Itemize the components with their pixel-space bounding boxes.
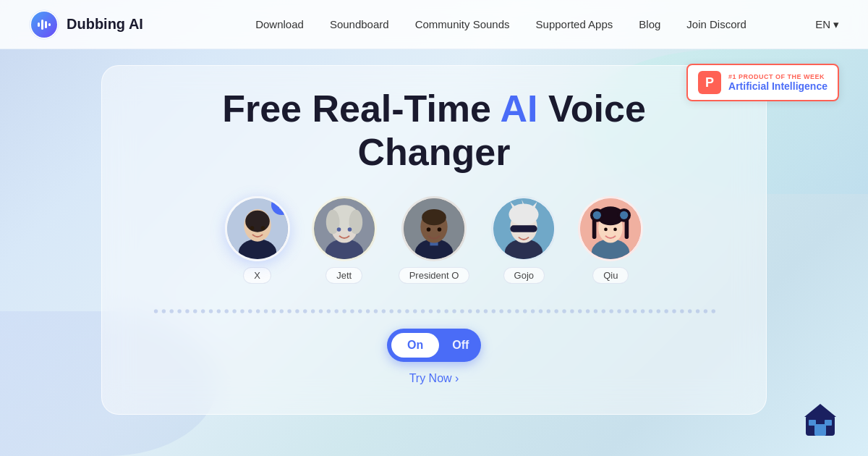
avatar-circle-x — [225, 196, 290, 261]
svg-point-82 — [429, 309, 433, 313]
toggle-wrap[interactable]: On Off — [387, 329, 481, 362]
svg-point-63 — [280, 309, 284, 313]
svg-point-69 — [327, 309, 331, 313]
toggle-on-label: On — [391, 333, 439, 358]
svg-point-97 — [547, 309, 550, 313]
svg-point-112 — [664, 309, 668, 313]
svg-rect-122 — [809, 420, 816, 426]
svg-point-93 — [515, 309, 519, 313]
nav-supported-apps[interactable]: Supported Apps — [536, 18, 613, 30]
svg-rect-5 — [48, 23, 51, 26]
nav-join-discord[interactable]: Join Discord — [686, 18, 746, 30]
play-button-x[interactable] — [271, 196, 290, 215]
avatar-circle-qiu — [578, 196, 643, 261]
svg-point-96 — [539, 309, 542, 313]
avatar-item-president[interactable]: President O — [399, 196, 470, 284]
svg-point-84 — [444, 309, 448, 313]
avatar-item-jett[interactable]: Jett — [312, 196, 377, 284]
svg-point-99 — [562, 309, 566, 313]
svg-point-65 — [295, 309, 299, 313]
svg-point-89 — [484, 309, 488, 313]
svg-point-51 — [185, 309, 189, 313]
svg-point-74 — [366, 309, 370, 313]
toggle-off-label: Off — [439, 333, 482, 358]
nav-blog[interactable]: Blog — [639, 18, 660, 30]
hero-title: Free Real-Time AI Voice Changer — [145, 88, 723, 174]
svg-point-110 — [649, 309, 652, 313]
svg-point-67 — [311, 309, 315, 313]
svg-point-54 — [209, 309, 213, 313]
svg-point-50 — [177, 309, 181, 313]
logo-text: Dubbing AI — [67, 16, 143, 33]
avatar-item-gojo[interactable]: Gojo — [491, 196, 556, 284]
svg-point-49 — [170, 309, 174, 313]
svg-point-61 — [264, 309, 268, 313]
avatar-face-gojo — [493, 198, 554, 259]
voice-changer-toggle[interactable]: On Off — [387, 329, 481, 362]
svg-point-90 — [492, 309, 495, 313]
svg-point-92 — [507, 309, 511, 313]
svg-point-109 — [641, 309, 644, 313]
chat-widget[interactable] — [801, 401, 839, 442]
svg-point-10 — [250, 226, 254, 230]
lang-selector[interactable]: EN ▾ — [815, 18, 839, 31]
svg-point-1 — [31, 12, 57, 38]
logo-icon — [29, 9, 59, 40]
main-nav: Download Soundboard Community Sounds Sup… — [187, 18, 815, 30]
svg-point-66 — [303, 309, 307, 313]
product-hunt-text: #1 PRODUCT OF THE WEEK Artificial Intell… — [728, 73, 827, 92]
avatar-label-jett: Jett — [326, 267, 362, 284]
avatar-item-x[interactable]: X — [225, 196, 290, 284]
chat-icon — [801, 401, 839, 439]
svg-point-44 — [620, 211, 628, 219]
svg-point-62 — [272, 309, 276, 313]
svg-point-53 — [201, 309, 205, 313]
svg-point-116 — [696, 309, 699, 313]
svg-point-103 — [594, 309, 597, 313]
avatar-face-president — [404, 198, 464, 259]
svg-point-107 — [625, 309, 629, 313]
avatar-circle-gojo — [491, 196, 556, 261]
svg-point-73 — [358, 309, 362, 313]
svg-point-78 — [397, 309, 401, 313]
svg-rect-41 — [592, 219, 597, 239]
svg-point-43 — [593, 211, 601, 219]
svg-point-26 — [438, 227, 442, 232]
avatar-item-qiu[interactable]: Qiu — [578, 196, 643, 284]
svg-point-88 — [476, 309, 480, 313]
try-now-link[interactable]: Try Now › — [409, 372, 459, 385]
svg-point-117 — [704, 309, 707, 313]
svg-point-86 — [460, 309, 464, 313]
svg-point-79 — [405, 309, 409, 313]
svg-point-98 — [554, 309, 558, 313]
nav-download[interactable]: Download — [255, 18, 304, 30]
avatar-label-president: President O — [399, 267, 470, 284]
nav-community-sounds[interactable]: Community Sounds — [415, 18, 510, 30]
svg-point-115 — [688, 309, 692, 313]
svg-point-77 — [389, 309, 393, 313]
nav-soundboard[interactable]: Soundboard — [330, 18, 389, 30]
svg-rect-34 — [511, 225, 537, 232]
svg-point-46 — [614, 227, 618, 231]
logo[interactable]: Dubbing AI — [29, 9, 143, 40]
product-hunt-badge[interactable]: P #1 PRODUCT OF THE WEEK Artificial Inte… — [686, 64, 839, 101]
svg-point-104 — [602, 309, 605, 313]
svg-point-83 — [437, 309, 441, 313]
svg-marker-120 — [804, 404, 836, 417]
svg-point-60 — [256, 309, 260, 313]
avatar-face-qiu — [580, 198, 641, 259]
svg-point-11 — [260, 226, 265, 230]
svg-point-25 — [427, 227, 431, 232]
avatar-circle-president — [401, 196, 467, 261]
svg-point-95 — [531, 309, 535, 313]
svg-point-118 — [712, 309, 715, 313]
svg-point-72 — [350, 309, 354, 313]
svg-point-81 — [421, 309, 425, 313]
svg-point-45 — [604, 227, 608, 231]
svg-rect-2 — [38, 22, 40, 27]
svg-point-57 — [232, 309, 236, 313]
svg-point-58 — [240, 309, 244, 313]
svg-point-85 — [452, 309, 456, 313]
svg-point-52 — [193, 309, 197, 313]
svg-point-48 — [162, 309, 166, 313]
